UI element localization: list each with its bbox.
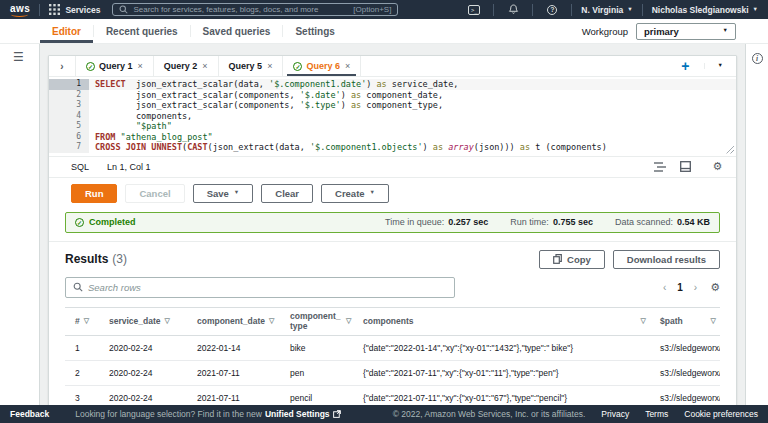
table-cell: bike	[280, 343, 353, 353]
next-page-icon[interactable]: ›	[694, 282, 697, 293]
search-icon	[119, 5, 128, 14]
account-menu[interactable]: Nicholas Sledgianowski ▼	[652, 5, 758, 15]
cancel-button[interactable]: Cancel	[125, 184, 184, 203]
results-count: (3)	[112, 252, 127, 266]
sort-icon[interactable]: ▽	[346, 317, 351, 325]
code-line[interactable]: CROSS JOIN UNNEST(CAST(json_extract(data…	[89, 142, 736, 153]
table-cell: s3://sledgeworx/athena_demo/example.json	[650, 343, 720, 353]
query-editor-panel: › ✓Query 1×Query 2×Query 5×✓Query 6× + ▼…	[48, 55, 737, 405]
column-header-service-date[interactable]: service_date▽	[99, 313, 187, 329]
query-tab[interactable]: Query 5×	[219, 56, 284, 76]
copy-icon	[553, 254, 562, 264]
sort-icon[interactable]: ▽	[711, 317, 716, 325]
tab-recent-queries[interactable]: Recent queries	[94, 19, 190, 43]
minimap-icon[interactable]	[679, 160, 692, 173]
code-line[interactable]: "$path"	[89, 121, 736, 132]
download-results-button[interactable]: Download results	[613, 250, 720, 269]
query-status-alert: ✓ Completed Time in queue:0.257 sec Run …	[65, 212, 720, 233]
search-rows-input[interactable]: Search rows	[65, 277, 455, 298]
run-button[interactable]: Run	[71, 184, 117, 203]
query-tab[interactable]: ✓Query 6×	[283, 56, 361, 76]
global-search-input[interactable]: Search for services, features, blogs, do…	[112, 3, 398, 16]
close-tab-icon[interactable]: ×	[267, 61, 272, 71]
results-title: Results	[65, 252, 108, 266]
query-tab[interactable]: ✓Query 1×	[76, 56, 154, 76]
language-selection-notice: Looking for language selection? Find it …	[75, 409, 340, 419]
query-status-section: ✓ Completed Time in queue:0.257 sec Run …	[49, 210, 736, 241]
query-tab[interactable]: Query 2×	[154, 56, 219, 76]
table-row: 12020-02-242022-01-14bike{"date":"2022-0…	[65, 336, 720, 361]
new-query-tab-button[interactable]: +	[667, 59, 703, 73]
column-header-components[interactable]: components▽	[353, 313, 650, 329]
editor-status-bar: SQL Ln 1, Col 1 ⚙	[49, 157, 736, 178]
column-header-component-type[interactable]: component_type▽	[280, 308, 353, 335]
close-tab-icon[interactable]: ×	[202, 61, 207, 71]
search-rows-placeholder: Search rows	[88, 282, 141, 293]
terms-link[interactable]: Terms	[645, 409, 668, 419]
table-cell: {"date":"2021-07-11","xy":{"xy-01":"11"}…	[353, 368, 650, 378]
bell-icon	[508, 4, 519, 15]
table-cell: {"date":"2022-01-14","xy":{"xy-01":"1432…	[353, 343, 650, 353]
editor-settings-gear-icon[interactable]: ⚙	[711, 160, 724, 173]
column-header-component-date[interactable]: component_date▽	[187, 313, 280, 329]
question-icon: ?	[547, 5, 557, 15]
close-tab-icon[interactable]: ×	[138, 61, 143, 71]
sort-icon[interactable]: ▽	[641, 317, 646, 325]
table-cell: 2022-01-14	[187, 343, 280, 353]
close-tab-icon[interactable]: ×	[345, 61, 350, 71]
workgroup-select[interactable]: primary ▼	[636, 23, 736, 40]
code-line[interactable]: FROM "athena_blog_post"	[89, 132, 736, 143]
table-cell: 2020-02-24	[99, 368, 187, 378]
menu-hamburger-icon[interactable]: ☰	[13, 51, 39, 63]
sql-code-editor[interactable]: 1234567 SELECT json_extract_scalar(data,…	[49, 77, 736, 157]
table-cell: s3://sledgeworx/athena_demo/example.json	[650, 393, 720, 403]
tab-overflow-menu[interactable]: ▼	[704, 63, 736, 69]
sort-icon[interactable]: ▽	[84, 317, 89, 325]
help-button[interactable]: ?	[542, 3, 562, 16]
cookie-preferences-link[interactable]: Cookie preferences	[684, 409, 758, 419]
copy-button[interactable]: Copy	[539, 250, 605, 269]
privacy-link[interactable]: Privacy	[601, 409, 629, 419]
table-cell: 2021-07-11	[187, 393, 280, 403]
previous-page-icon[interactable]: ‹	[663, 282, 666, 293]
code-line[interactable]: json_extract_scalar(components, '$.date'…	[89, 90, 736, 101]
chevron-down-icon: ▼	[370, 190, 375, 196]
editor-code[interactable]: SELECT json_extract_scalar(data, '$.comp…	[89, 79, 736, 153]
format-query-icon[interactable]	[653, 160, 666, 173]
data-scanned-stat: Data scanned:0.54 KB	[615, 217, 710, 227]
code-line[interactable]: SELECT json_extract_scalar(data, '$.comp…	[89, 79, 736, 90]
results-table-body: 12020-02-242022-01-14bike{"date":"2022-0…	[65, 336, 720, 405]
current-page-number[interactable]: 1	[673, 282, 687, 293]
sort-icon[interactable]: ▽	[269, 317, 274, 325]
region-selector[interactable]: N. Virginia ▼	[581, 5, 632, 15]
table-cell: {"date":"2021-07-11","xy":{"xy-01":"67"}…	[353, 393, 650, 403]
column-header-path[interactable]: $path▽	[650, 313, 720, 329]
clear-button[interactable]: Clear	[261, 184, 313, 203]
notifications-button[interactable]	[503, 3, 523, 16]
feedback-link[interactable]: Feedback	[10, 409, 49, 419]
info-icon[interactable]: i	[752, 53, 763, 64]
tab-settings[interactable]: Settings	[283, 19, 346, 43]
column-header-index[interactable]: #▽	[65, 313, 99, 329]
cursor-position: Ln 1, Col 1	[107, 162, 151, 172]
code-line[interactable]: components,	[89, 111, 736, 122]
console-footer: Feedback Looking for language selection?…	[0, 405, 768, 423]
services-menu[interactable]: Services	[49, 4, 100, 15]
results-section: Results (3) Copy Download results	[49, 241, 736, 406]
code-line[interactable]: json_extract_scalar(components, '$.type'…	[89, 100, 736, 111]
table-cell: 2021-07-11	[187, 368, 280, 378]
query-tab-label: Query 2	[164, 61, 198, 71]
sort-icon[interactable]: ▽	[165, 317, 170, 325]
expand-panel-button[interactable]: ›	[49, 56, 76, 76]
check-circle-icon: ✓	[86, 62, 95, 71]
cloudshell-button[interactable]: >_	[464, 3, 484, 16]
create-button[interactable]: Create▼	[321, 184, 389, 203]
copyright-text: © 2022, Amazon Web Services, Inc. or its…	[393, 409, 586, 419]
save-button[interactable]: Save▼	[193, 184, 254, 203]
tab-saved-queries[interactable]: Saved queries	[191, 19, 283, 43]
table-preferences-gear-icon[interactable]: ⚙	[710, 281, 720, 294]
unified-settings-link[interactable]: Unified Settings	[265, 409, 330, 419]
aws-logo[interactable]: aws	[10, 3, 30, 17]
tab-editor[interactable]: Editor	[40, 19, 93, 43]
query-status-text: Completed	[89, 217, 136, 227]
